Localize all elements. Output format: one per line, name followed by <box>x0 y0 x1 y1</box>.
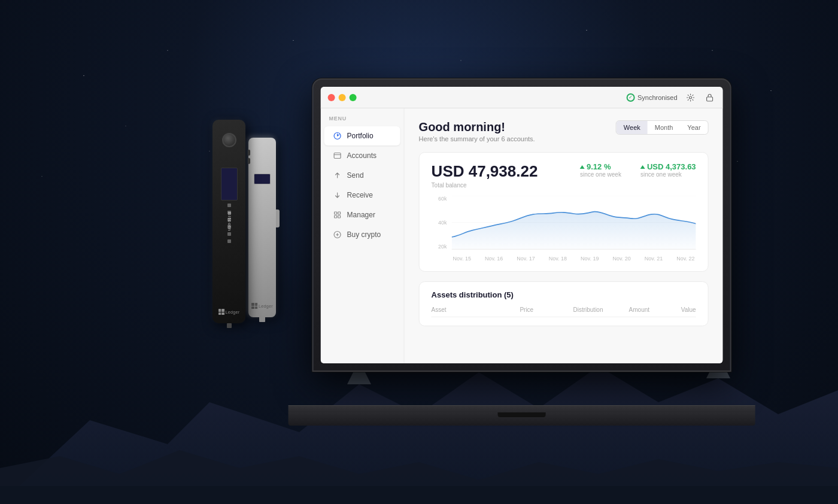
minimize-button[interactable] <box>339 94 346 101</box>
usd-change-label: since one week <box>640 171 696 178</box>
main-content: Good morning! Here's the summary of your… <box>405 108 723 363</box>
x-label-nov21: Nov. 21 <box>645 256 663 262</box>
col-header-price: Price <box>487 306 534 313</box>
sidebar-item-manager[interactable]: Manager <box>324 205 400 224</box>
x-label-nov16: Nov. 16 <box>485 256 503 262</box>
device-s-screen <box>254 174 271 184</box>
device-screen <box>221 168 238 201</box>
usb-connector <box>227 323 232 328</box>
chart-svg-area <box>452 196 696 250</box>
app-window: ✓ Synchronised <box>321 87 723 363</box>
portfolio-label: Portfolio <box>347 132 374 140</box>
send-icon <box>333 171 342 180</box>
sidebar-item-accounts[interactable]: Accounts <box>324 146 400 165</box>
svg-rect-14 <box>338 215 341 218</box>
device-nav <box>248 150 250 164</box>
svg-rect-6 <box>0 486 838 504</box>
x-label-nov20: Nov. 20 <box>612 256 630 262</box>
receive-icon <box>333 190 342 200</box>
year-filter-btn[interactable]: Year <box>680 121 708 134</box>
svg-point-7 <box>690 96 692 99</box>
traffic-lights <box>328 94 357 101</box>
buy-crypto-icon <box>333 230 342 239</box>
sidebar: MENU Portfolio <box>321 108 405 363</box>
sidebar-item-receive[interactable]: Receive <box>324 186 400 205</box>
x-label-nov18: Nov. 18 <box>549 256 567 262</box>
sidebar-item-buy-crypto[interactable]: Buy crypto <box>324 225 400 244</box>
title-bar: ✓ Synchronised <box>321 87 723 108</box>
close-button[interactable] <box>328 94 335 101</box>
laptop-notch <box>498 412 546 417</box>
svg-rect-13 <box>335 215 337 218</box>
sidebar-item-send[interactable]: Send <box>324 166 400 185</box>
svg-rect-8 <box>707 97 713 101</box>
svg-rect-12 <box>338 212 341 214</box>
y-label-40k: 40k <box>438 220 447 226</box>
time-filter: Week Month Year <box>616 120 709 135</box>
percent-value: 9.12 % <box>580 162 621 171</box>
greeting-text: Good morning! Here's the summary of your… <box>419 120 535 142</box>
x-label-nov15: Nov. 15 <box>453 256 471 262</box>
accounts-label: Accounts <box>347 151 377 160</box>
receive-label: Receive <box>347 191 373 199</box>
balance-card: USD 47,938.22 Total balance 9.12 % <box>419 152 709 272</box>
app-body: MENU Portfolio <box>321 108 723 363</box>
accounts-icon <box>333 151 342 160</box>
balance-amount: USD 47,938.22 <box>432 162 538 181</box>
balance-currency: USD <box>432 162 469 180</box>
greeting-subtitle: Here's the summary of your 6 accounts. <box>419 135 535 142</box>
svg-rect-11 <box>335 212 337 214</box>
chart-area: 60k 40k 20k <box>432 196 696 262</box>
send-label: Send <box>347 171 364 180</box>
balance-header: USD 47,938.22 Total balance 9.12 % <box>432 162 696 189</box>
col-header-amount: Amount <box>603 306 650 313</box>
assets-title: Assets distribution (5) <box>432 290 696 299</box>
greeting-title: Good morning! <box>419 120 535 134</box>
week-filter-btn[interactable]: Week <box>617 121 648 134</box>
ledger-logo-s: Ledger <box>251 303 273 309</box>
settings-button[interactable] <box>685 92 697 104</box>
device-nano-s: Ledger <box>248 138 276 317</box>
sync-badge: ✓ Synchronised <box>627 93 678 102</box>
menu-label: MENU <box>321 116 404 122</box>
up-arrow-icon-2 <box>640 165 645 169</box>
chart-x-labels: Nov. 15 Nov. 16 Nov. 17 Nov. 18 Nov. 19 … <box>452 256 696 262</box>
assets-table-header: Asset Price Distribution Amount Value <box>432 306 696 317</box>
percent-stat: 9.12 % since one week <box>580 162 621 178</box>
maximize-button[interactable] <box>350 94 357 101</box>
lock-button[interactable] <box>704 92 716 104</box>
chart-y-labels: 60k 40k 20k <box>432 196 450 250</box>
buy-crypto-label: Buy crypto <box>347 230 381 239</box>
device-s-connector <box>276 210 280 227</box>
manager-icon <box>333 210 342 220</box>
x-label-nov22: Nov. 22 <box>676 256 694 262</box>
device-button <box>222 133 236 147</box>
laptop: ✓ Synchronised <box>289 78 755 426</box>
y-label-20k: 20k <box>438 244 447 250</box>
sync-label: Synchronised <box>637 94 678 101</box>
ledger-logo-x: Ledger <box>218 309 240 315</box>
greeting-section: Good morning! Here's the summary of your… <box>419 120 709 142</box>
usd-stat: USD 4,373.63 since one week <box>640 162 696 178</box>
col-header-distribution: Distribution <box>533 306 603 313</box>
col-header-asset: Asset <box>432 306 487 313</box>
y-label-60k: 60k <box>438 196 447 202</box>
laptop-base <box>289 412 755 426</box>
portfolio-icon <box>333 131 342 141</box>
device-nano-x: Bitcoin Ledger <box>212 120 245 323</box>
balance-label: Total balance <box>432 182 538 189</box>
assets-section: Assets distribution (5) Asset Price Dist… <box>419 281 709 326</box>
month-filter-btn[interactable]: Month <box>648 121 681 134</box>
x-label-nov19: Nov. 19 <box>581 256 599 262</box>
title-bar-right: ✓ Synchronised <box>627 92 716 104</box>
up-arrow-icon <box>580 165 585 169</box>
laptop-hinge <box>289 405 755 412</box>
app-screen: ✓ Synchronised <box>321 87 723 363</box>
sidebar-item-portfolio[interactable]: Portfolio <box>324 126 400 145</box>
sync-icon: ✓ <box>627 93 635 102</box>
x-label-nov17: Nov. 17 <box>517 256 535 262</box>
usd-change-value: USD 4,373.63 <box>640 162 696 171</box>
device-s-usb <box>259 316 265 322</box>
col-header-value: Value <box>649 306 696 313</box>
manager-label: Manager <box>347 211 375 219</box>
